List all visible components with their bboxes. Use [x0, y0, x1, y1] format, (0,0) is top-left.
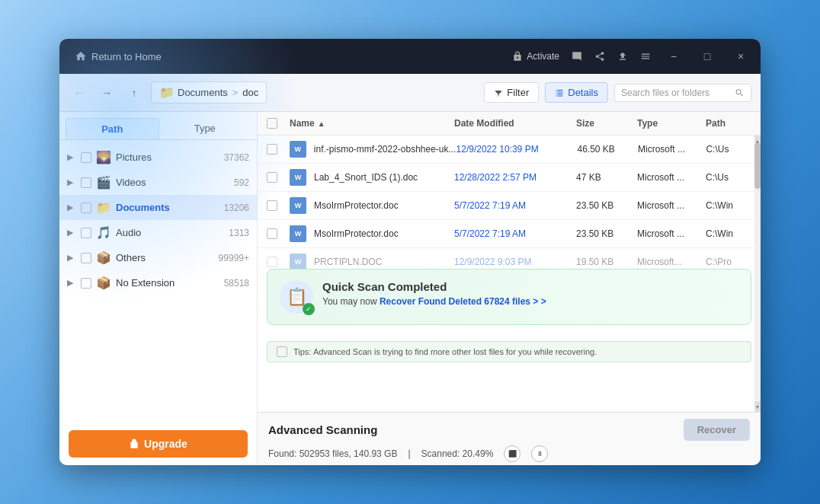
list-icon	[555, 88, 564, 97]
sidebar-item-others[interactable]: ▶ 📦 Others 99999+	[59, 245, 257, 270]
expand-arrow: ▶	[67, 203, 76, 212]
sidebar-item-name: Documents	[116, 202, 219, 213]
upload-button[interactable]	[617, 51, 628, 62]
close-button[interactable]: ×	[730, 46, 751, 67]
audio-icon: 🎵	[96, 225, 111, 240]
sidebar-item-pictures[interactable]: ▶ 🌄 Pictures 37362	[59, 145, 257, 170]
home-icon	[75, 50, 87, 62]
file-date: 12/9/2022 10:39 PM	[456, 144, 578, 155]
bottom-bar: Advanced Scanning Recover Found: 502953 …	[258, 412, 761, 465]
videos-icon: 🎬	[96, 175, 111, 190]
file-name: Lab_4_Snort_IDS (1).doc	[314, 172, 454, 183]
back-button[interactable]: ←	[69, 82, 90, 104]
row-checkbox[interactable]	[267, 228, 277, 239]
scroll-down-button[interactable]: ▼	[754, 401, 761, 412]
breadcrumb[interactable]: 📁 Documents > doc	[151, 81, 267, 104]
sidebar-list: ▶ 🌄 Pictures 37362 ▶ 🎬 Videos 592 ▶ �	[59, 140, 257, 423]
recover-found-link[interactable]: Recover Found Deleted 67824 files > >	[380, 296, 546, 307]
pause-button[interactable]: ⏸	[531, 445, 548, 462]
sidebar-item-checkbox[interactable]	[81, 253, 91, 263]
table-row[interactable]: W MsoIrmProtector.doc 5/7/2022 7:19 AM 2…	[258, 220, 761, 248]
sidebar-item-checkbox[interactable]	[81, 228, 91, 238]
tab-type[interactable]: Type	[159, 118, 251, 139]
file-type: Microsoft...	[637, 257, 706, 267]
sidebar-item-name: Others	[116, 252, 214, 263]
header-type[interactable]: Type	[637, 118, 706, 129]
share-button[interactable]	[594, 51, 605, 62]
details-button[interactable]: Details	[545, 82, 608, 103]
sidebar-item-name: No Extension	[116, 277, 219, 289]
stop-button[interactable]: ⬛	[504, 445, 521, 462]
sidebar-item-documents[interactable]: ▶ 📁 Documents 13206	[59, 195, 257, 220]
bottom-bar-info: Found: 502953 files, 140.93 GB | Scanned…	[268, 445, 750, 462]
search-box[interactable]	[614, 84, 751, 102]
file-name: MsoIrmProtector.doc	[314, 228, 454, 239]
sidebar-item-checkbox[interactable]	[81, 177, 91, 188]
tab-path[interactable]: Path	[66, 118, 159, 139]
file-rows: W inf.-pismo-mmf-2022-obshhee-uk... 12/9…	[258, 136, 761, 412]
sidebar-item-audio[interactable]: ▶ 🎵 Audio 1313	[59, 220, 257, 245]
filter-button[interactable]: Filter	[484, 82, 539, 103]
sidebar-item-name: Videos	[116, 177, 229, 188]
separator: |	[408, 448, 410, 459]
sidebar-item-checkbox[interactable]	[81, 203, 91, 213]
advanced-scanning-title: Advanced Scanning	[268, 423, 377, 436]
scrollbar-thumb[interactable]	[754, 143, 761, 189]
quick-scan-popup: 📋 ✓ Quick Scan Completed You may now Rec…	[267, 269, 751, 325]
expand-arrow: ▶	[67, 152, 76, 162]
lock-icon	[512, 51, 523, 62]
sidebar-item-checkbox[interactable]	[81, 152, 91, 163]
sidebar-item-checkbox[interactable]	[81, 278, 91, 289]
sidebar-item-no-extension[interactable]: ▶ 📦 No Extension 58518	[59, 270, 257, 295]
scan-doc-icon: 📋	[287, 287, 307, 307]
breadcrumb-sub: doc	[242, 87, 258, 98]
minimize-button[interactable]: −	[663, 46, 684, 67]
table-row[interactable]: W MsoIrmProtector.doc 5/7/2022 7:19 AM 2…	[258, 192, 761, 220]
search-input[interactable]	[621, 88, 735, 98]
forward-button[interactable]: →	[96, 82, 117, 104]
expand-arrow: ▶	[67, 278, 76, 288]
file-icon: W	[290, 225, 306, 242]
header-path[interactable]: Path	[706, 118, 751, 129]
row-checkbox[interactable]	[267, 172, 277, 183]
app-window: Return to Home Activate −	[59, 39, 761, 465]
chat-button[interactable]	[572, 51, 582, 62]
share-icon	[594, 51, 605, 62]
title-bar-left: Return to Home	[69, 47, 512, 65]
table-row[interactable]: W Lab_4_Snort_IDS (1).doc 12/28/2022 2:5…	[258, 164, 761, 192]
row-checkbox[interactable]	[267, 200, 277, 211]
maximize-button[interactable]: □	[697, 46, 718, 67]
table-row[interactable]: W inf.-pismo-mmf-2022-obshhee-uk... 12/9…	[258, 136, 761, 164]
sidebar-item-name: Audio	[116, 227, 224, 238]
home-button[interactable]: Return to Home	[69, 47, 168, 65]
file-type: Microsoft ...	[638, 144, 706, 155]
header-size[interactable]: Size	[576, 118, 637, 129]
title-bar-right: Activate − □ ×	[512, 46, 751, 67]
sort-arrow: ▲	[318, 120, 325, 128]
sidebar-item-videos[interactable]: ▶ 🎬 Videos 592	[59, 170, 257, 195]
header-date[interactable]: Date Modified	[454, 118, 576, 129]
upload-icon	[617, 51, 628, 62]
file-icon: W	[290, 197, 306, 214]
up-button[interactable]: ↑	[123, 82, 145, 104]
sidebar-item-count: 13206	[224, 203, 249, 213]
tip-checkbox[interactable]	[277, 346, 287, 357]
row-checkbox[interactable]	[267, 144, 277, 155]
header-check[interactable]	[267, 118, 290, 129]
menu-button[interactable]	[640, 51, 651, 62]
scanned-label: Scanned: 20.49%	[421, 448, 494, 459]
search-icon[interactable]	[735, 88, 745, 98]
file-list: Name ▲ Date Modified Size Type Path W in…	[258, 112, 761, 465]
sidebar-tabs: Path Type	[59, 112, 257, 140]
expand-arrow: ▶	[67, 253, 76, 263]
activate-button[interactable]: Activate	[512, 51, 559, 62]
upgrade-button[interactable]: Upgrade	[69, 430, 248, 458]
recover-button[interactable]: Recover	[684, 419, 750, 441]
file-path: C:\Pro	[706, 257, 751, 267]
filter-label: Filter	[507, 87, 529, 98]
menu-icon	[640, 51, 651, 62]
filter-icon	[494, 88, 503, 97]
row-checkbox[interactable]	[267, 257, 277, 267]
header-name[interactable]: Name ▲	[290, 118, 454, 129]
expand-arrow: ▶	[67, 228, 76, 238]
